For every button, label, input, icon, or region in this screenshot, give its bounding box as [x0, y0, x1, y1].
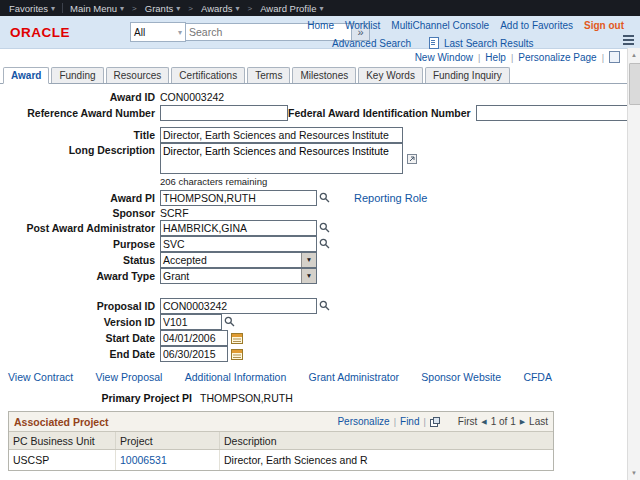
expand-icon[interactable]: [407, 154, 417, 164]
col-project: Project: [116, 432, 220, 450]
breadcrumb-awards[interactable]: Awards: [196, 0, 245, 16]
add-to-favorites-link[interactable]: Add to Favorites: [500, 20, 573, 31]
tab-resources[interactable]: Resources: [106, 67, 170, 83]
last-search-results-link[interactable]: Last Search Results: [444, 38, 534, 49]
calendar-icon[interactable]: [231, 348, 243, 360]
project-link[interactable]: 10006531: [120, 454, 167, 466]
start-date-label: Start Date: [0, 332, 160, 344]
associated-project-section: Associated Project Personalize Find Firs…: [8, 411, 554, 471]
tab-funding[interactable]: Funding: [51, 67, 103, 83]
version-id-field[interactable]: [160, 314, 222, 330]
multichannel-console-link[interactable]: MultiChannel Console: [391, 20, 489, 31]
sponsor-value: SCRF: [160, 207, 189, 219]
grant-administrator-link[interactable]: Grant Administrator: [309, 371, 399, 384]
primary-project-pi-value: THOMPSON,RUTH: [200, 392, 293, 404]
lookup-icon[interactable]: [319, 192, 330, 203]
tab-certifications[interactable]: Certifications: [171, 67, 245, 83]
divider: [511, 52, 513, 63]
post-award-administrator-field[interactable]: [160, 220, 317, 236]
sponsor-label: Sponsor: [0, 207, 160, 219]
vertical-scrollbar[interactable]: [627, 48, 640, 480]
pager-last-label[interactable]: Last: [529, 416, 548, 427]
breadcrumb-label: Grants: [145, 3, 174, 14]
personalize-page-link[interactable]: Personalize Page: [518, 52, 596, 63]
scrollbar-thumb[interactable]: [629, 63, 640, 105]
additional-information-link[interactable]: Additional Information: [185, 371, 287, 384]
proposal-id-field[interactable]: [160, 298, 317, 314]
award-pi-field[interactable]: [160, 190, 317, 206]
search-scope-value: All: [134, 27, 145, 38]
notepad-icon[interactable]: [609, 51, 620, 63]
cell-pc-business-unit: USCSP: [9, 450, 116, 471]
main-menu[interactable]: Main Menu: [65, 0, 129, 16]
end-date-field[interactable]: [160, 346, 228, 362]
quick-links-row: View Contract View Proposal Additional I…: [8, 371, 552, 384]
scrollbar-up-icon[interactable]: [628, 48, 640, 62]
col-description: Description: [220, 432, 554, 450]
sign-out-link[interactable]: Sign out: [584, 20, 624, 31]
tab-bar: Award Funding Resources Certifications T…: [0, 65, 640, 84]
divider: [394, 416, 396, 427]
view-contract-link[interactable]: View Contract: [8, 371, 73, 384]
breadcrumb-separator-icon: >: [188, 4, 193, 13]
favorites-menu[interactable]: Favorites: [4, 0, 60, 16]
tab-milestones[interactable]: Milestones: [292, 67, 356, 83]
award-type-select[interactable]: Grant: [160, 268, 317, 284]
menu-grid-icon[interactable]: [623, 35, 634, 45]
page-action-bar: New Window Help Personalize Page: [0, 49, 640, 65]
tab-terms[interactable]: Terms: [247, 67, 290, 83]
grid-toolbar: Personalize Find First ◀ 1 of 1 ▶ Last: [337, 416, 548, 427]
start-date-field[interactable]: [160, 330, 228, 346]
award-type-label: Award Type: [0, 270, 160, 282]
pager-next-icon[interactable]: ▶: [520, 418, 525, 426]
find-link[interactable]: Find: [400, 416, 419, 427]
tab-key-words[interactable]: Key Words: [358, 67, 423, 83]
long-description-label: Long Description: [0, 143, 160, 156]
primary-project-pi-row: Primary Project PI THOMPSON,RUTH: [0, 391, 640, 405]
header-nav-links: Home Worklist MultiChannel Console Add t…: [307, 20, 624, 31]
breadcrumb-separator-icon: >: [132, 4, 137, 13]
status-value: Accepted: [163, 254, 207, 266]
tab-award[interactable]: Award: [3, 67, 49, 84]
view-proposal-link[interactable]: View Proposal: [95, 371, 162, 384]
pager-first-label[interactable]: First: [458, 416, 477, 427]
lookup-icon[interactable]: [319, 222, 330, 233]
cell-description: Director, Earth Sciences and R: [220, 450, 554, 471]
reference-award-number-field[interactable]: [160, 105, 288, 121]
search-scope-select[interactable]: All: [130, 22, 186, 42]
tab-funding-inquiry[interactable]: Funding Inquiry: [425, 67, 510, 83]
long-description-field[interactable]: Director, Earth Sciences and Resources I…: [160, 143, 403, 174]
new-window-link[interactable]: New Window: [415, 52, 473, 63]
purpose-field[interactable]: [160, 236, 317, 252]
advanced-search-link[interactable]: Advanced Search: [332, 38, 411, 49]
cfda-link[interactable]: CFDA: [523, 371, 552, 384]
title-field[interactable]: [160, 127, 403, 143]
home-link[interactable]: Home: [307, 20, 334, 31]
personalize-link[interactable]: Personalize: [337, 416, 389, 427]
federal-award-id-field[interactable]: [476, 105, 640, 121]
award-profile-page: Favorites Main Menu > Grants > Awards > …: [0, 0, 640, 480]
scrollbar-down-icon[interactable]: [628, 466, 640, 480]
lookup-icon[interactable]: [319, 238, 330, 249]
breadcrumb-award-profile[interactable]: Award Profile: [255, 0, 328, 16]
popout-grid-icon[interactable]: [430, 417, 440, 427]
breadcrumb-separator-icon: >: [248, 4, 253, 13]
sponsor-website-link[interactable]: Sponsor Website: [421, 371, 501, 384]
lookup-icon[interactable]: [224, 316, 235, 327]
pager-prev-icon[interactable]: ◀: [481, 418, 486, 426]
table-row: USCSP 10006531 Director, Earth Sciences …: [9, 450, 553, 471]
breadcrumb-label: Awards: [201, 3, 233, 14]
version-id-label: Version ID: [0, 316, 160, 328]
status-select[interactable]: Accepted: [160, 252, 317, 268]
associated-project-table: PC Business Unit Project Description USC…: [9, 432, 553, 470]
calendar-icon[interactable]: [231, 332, 243, 344]
help-link[interactable]: Help: [485, 52, 506, 63]
last-search-results-icon: [429, 37, 439, 49]
chars-remaining-text: 206 characters remaining: [160, 176, 640, 188]
breadcrumb-grants[interactable]: Grants: [140, 0, 186, 16]
associated-project-header: Associated Project Personalize Find Firs…: [9, 412, 553, 432]
chevron-down-icon: [301, 269, 316, 283]
worklist-link[interactable]: Worklist: [345, 20, 380, 31]
reporting-role-link[interactable]: Reporting Role: [354, 192, 427, 204]
lookup-icon[interactable]: [319, 300, 330, 311]
